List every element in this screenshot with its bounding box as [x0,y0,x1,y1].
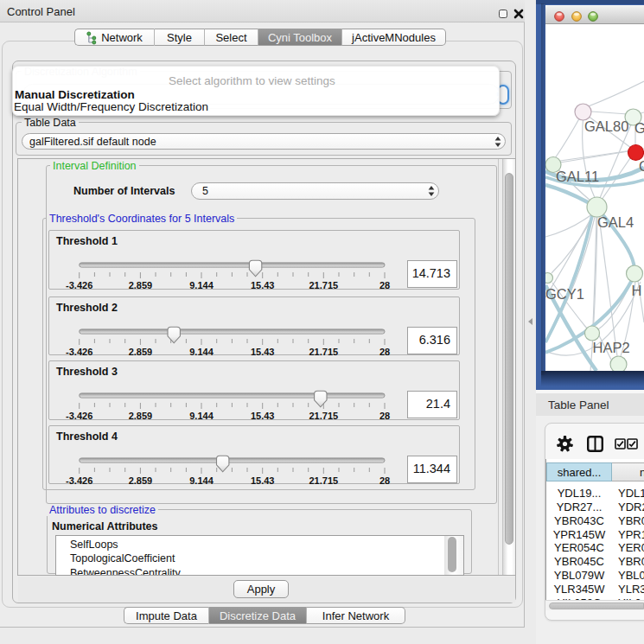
svg-text:2.859: 2.859 [129,280,153,289]
svg-text:15.43: 15.43 [251,475,275,484]
svg-text:-3.426: -3.426 [66,475,92,484]
svg-text:C: C [639,158,644,174]
svg-text:GAL80: GAL80 [584,118,628,134]
svg-text:2.859: 2.859 [129,347,153,355]
svg-text:21.715: 21.715 [309,280,338,289]
svg-text:2.859: 2.859 [129,411,153,419]
svg-text:28: 28 [379,411,390,419]
svg-text:9.144: 9.144 [189,411,214,419]
svg-text:-3.426: -3.426 [66,411,92,419]
svg-text:-3.426: -3.426 [66,280,92,289]
svg-text:9.144: 9.144 [189,347,214,355]
svg-text:9.144: 9.144 [189,280,214,289]
svg-text:2.859: 2.859 [129,475,153,484]
svg-text:28: 28 [379,475,390,484]
svg-text:GAL4: GAL4 [597,214,634,230]
svg-text:GCY1: GCY1 [545,286,584,302]
svg-text:15.43: 15.43 [251,411,275,419]
svg-text:21.715: 21.715 [309,347,338,355]
svg-text:H: H [632,282,642,297]
svg-text:15.43: 15.43 [251,347,275,355]
svg-text:-3.426: -3.426 [66,347,92,355]
svg-text:GAL11: GAL11 [556,169,599,184]
svg-text:15.43: 15.43 [251,280,275,289]
svg-text:HAP2: HAP2 [593,339,630,354]
svg-text:GA: GA [634,120,644,136]
svg-text:21.715: 21.715 [309,475,338,484]
svg-text:28: 28 [379,347,390,355]
svg-text:28: 28 [379,280,390,289]
svg-text:21.715: 21.715 [309,411,338,419]
svg-text:9.144: 9.144 [189,475,214,484]
